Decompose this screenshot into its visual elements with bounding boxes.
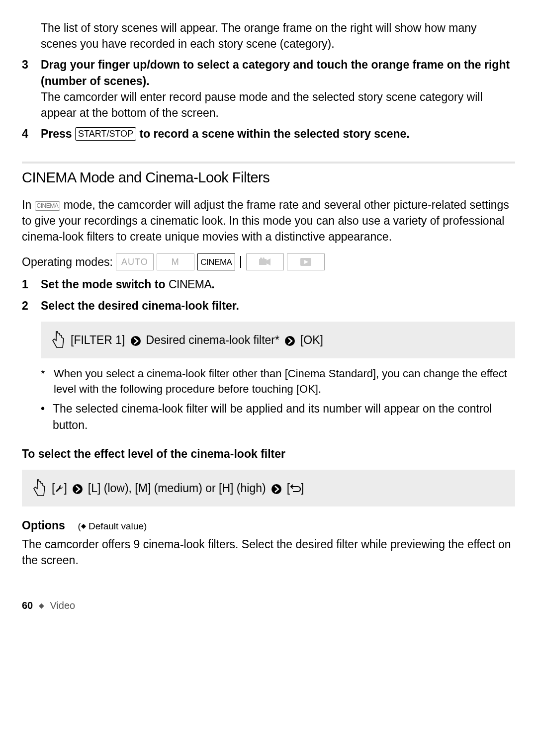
wrench-icon bbox=[55, 484, 64, 493]
svg-point-2 bbox=[260, 257, 262, 259]
cinema-para-after: mode, the camcorder will adjust the fram… bbox=[22, 198, 509, 243]
touch-sequence-filter: [FILTER 1] Desired cinema-look filter* [… bbox=[41, 322, 515, 358]
touch-sequence-effect-level: [] [L] (low), [M] (medium) or [H] (high)… bbox=[22, 470, 515, 506]
page-number: 60 bbox=[22, 600, 33, 611]
step-4-after: to record a scene within the selected st… bbox=[136, 127, 410, 140]
svg-point-3 bbox=[263, 257, 265, 259]
mode-m-button: M bbox=[157, 253, 194, 270]
touch-back-bracket: [] bbox=[287, 480, 304, 496]
mode-cinema-button: CINEMA bbox=[197, 253, 235, 270]
svg-point-11 bbox=[271, 484, 281, 494]
bullet-text: The selected cinema-look filter will be … bbox=[53, 401, 515, 432]
intro-text: The list of story scenes will appear. Th… bbox=[41, 21, 477, 50]
cinema-step-2-title: Select the desired cinema-look filter. bbox=[41, 298, 515, 314]
step-3: 3 Drag your finger up/down to select a c… bbox=[22, 57, 515, 121]
options-body: The camcorder offers 9 cinema-look filte… bbox=[22, 536, 515, 568]
options-line: Options ( Default value) bbox=[22, 517, 515, 533]
bullet-row: • The selected cinema-look filter will b… bbox=[41, 401, 515, 432]
step-4-number: 4 bbox=[22, 126, 41, 142]
footnote-marker: * bbox=[41, 366, 54, 397]
touch-wrench-bracket: [] bbox=[52, 480, 67, 496]
cinema-word: CINEMA bbox=[169, 278, 211, 291]
cinema-step-2: 2 Select the desired cinema-look filter. bbox=[22, 298, 515, 314]
footnote-text: When you select a cinema-look filter oth… bbox=[54, 366, 515, 397]
touch-hand-icon bbox=[51, 331, 66, 349]
cinema-step-1-number: 1 bbox=[22, 276, 41, 292]
chevron-right-icon bbox=[130, 332, 141, 348]
step-3-number: 3 bbox=[22, 57, 41, 121]
cinema-step-2-number: 2 bbox=[22, 298, 41, 314]
diamond-icon bbox=[81, 524, 86, 529]
start-stop-button-label: START/STOP bbox=[75, 127, 136, 141]
svg-point-8 bbox=[285, 336, 295, 346]
intro-paragraph: The list of story scenes will appear. Th… bbox=[41, 20, 515, 52]
svg-marker-12 bbox=[81, 524, 86, 529]
touch-filter-1: [FILTER 1] bbox=[71, 332, 125, 348]
footer-diamond-icon: ◆ bbox=[39, 601, 44, 609]
cinema-step-1-before: Set the mode switch to bbox=[41, 278, 169, 291]
step-4-body: Press START/STOP to record a scene withi… bbox=[41, 126, 515, 142]
step-4-press: Press bbox=[41, 127, 72, 140]
effect-level-subhead: To select the effect level of the cinema… bbox=[22, 446, 515, 462]
page-footer: 60 ◆ Video bbox=[22, 598, 515, 612]
chevron-right-icon bbox=[284, 332, 295, 348]
svg-marker-1 bbox=[267, 258, 270, 265]
chevron-right-icon bbox=[72, 480, 83, 496]
touch-desired-filter: Desired cinema-look filter* bbox=[146, 332, 279, 348]
photo-playback-icon bbox=[300, 257, 312, 266]
touch-levels-text: [L] (low), [M] (medium) or [H] (high) bbox=[88, 480, 266, 496]
cinema-para-before: In bbox=[22, 198, 35, 211]
section-title-cinema: CINEMA Mode and Cinema-Look Filters bbox=[22, 162, 515, 188]
movie-camera-icon bbox=[259, 257, 271, 266]
mode-movie-playback-button bbox=[246, 253, 284, 270]
options-label: Options bbox=[22, 519, 65, 532]
options-default-note: ( Default value) bbox=[78, 521, 147, 531]
step-3-body: Drag your finger up/down to select a cat… bbox=[41, 57, 515, 121]
cinema-badge-icon: CINEMA bbox=[35, 201, 61, 211]
svg-point-10 bbox=[73, 484, 83, 494]
step-3-title: Drag your finger up/down to select a cat… bbox=[41, 57, 515, 88]
touch-ok: [OK] bbox=[300, 332, 323, 348]
cinema-paragraph: In CINEMA mode, the camcorder will adjus… bbox=[22, 197, 515, 245]
mode-separator bbox=[240, 256, 241, 268]
mode-photo-playback-button bbox=[287, 253, 325, 270]
touch-hand-icon bbox=[32, 479, 47, 498]
mode-auto-button: AUTO bbox=[116, 253, 154, 270]
cinema-step-1-after: . bbox=[211, 278, 214, 291]
operating-modes-row: Operating modes: AUTO M CINEMA bbox=[22, 253, 515, 270]
step-3-text: The camcorder will enter record pause mo… bbox=[41, 89, 515, 121]
cinema-step-1: 1 Set the mode switch to CINEMA. bbox=[22, 276, 515, 292]
svg-point-7 bbox=[131, 336, 141, 346]
step-4: 4 Press START/STOP to record a scene wit… bbox=[22, 126, 515, 142]
footer-section: Video bbox=[50, 600, 75, 611]
svg-rect-0 bbox=[259, 259, 267, 265]
chevron-right-icon bbox=[271, 480, 282, 496]
bullet-marker: • bbox=[41, 401, 53, 432]
operating-modes-label: Operating modes: bbox=[22, 254, 113, 270]
cinema-step-1-body: Set the mode switch to CINEMA. bbox=[41, 276, 515, 292]
back-return-icon bbox=[290, 484, 301, 493]
footnote-block: * When you select a cinema-look filter o… bbox=[41, 366, 515, 397]
